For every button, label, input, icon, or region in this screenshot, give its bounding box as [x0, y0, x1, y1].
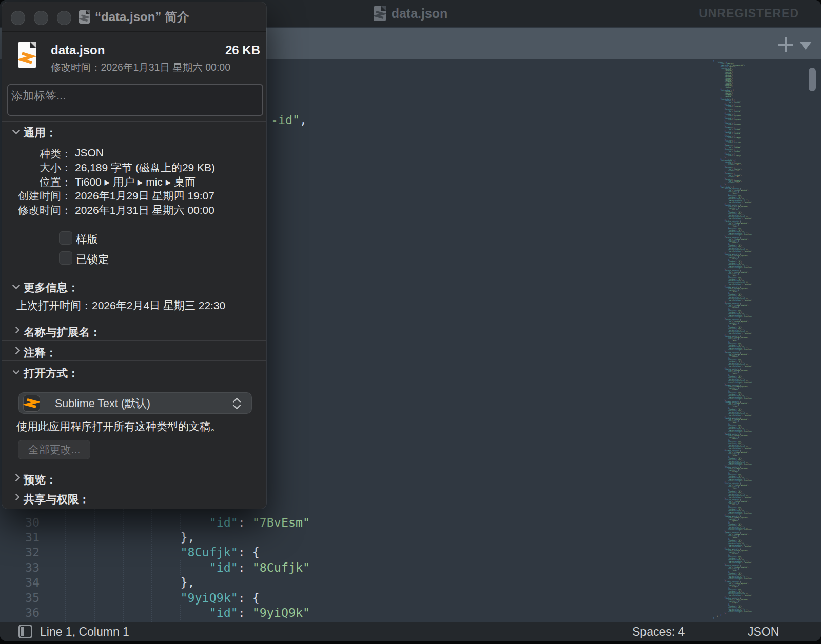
- sublime-app-icon: [23, 395, 40, 412]
- panel-title: “data.json” 简介: [95, 9, 189, 25]
- window-title: data.json: [392, 6, 448, 21]
- code-line[interactable]: 30 "id": "7BvEsm": [0, 515, 708, 530]
- tags-placeholder: 添加标签...: [11, 88, 66, 104]
- file-name: data.json: [51, 43, 105, 57]
- line-number[interactable]: 32: [0, 545, 40, 559]
- file-modified: 修改时间：2026年1月31日 星期六 00:00: [51, 61, 230, 74]
- line-number[interactable]: 33: [0, 560, 40, 575]
- chevron-right-icon[interactable]: [12, 326, 21, 334]
- status-bar: Line 1, Column 1 Spaces: 4 JSON: [0, 622, 821, 641]
- indentation-setting[interactable]: Spaces: 4: [632, 622, 685, 641]
- chevron-down-icon[interactable]: [12, 127, 21, 135]
- select-arrows-icon: [233, 397, 240, 410]
- file-size: 26 KB: [225, 43, 260, 57]
- chevron-down-icon[interactable]: [12, 281, 21, 290]
- document-icon: [374, 6, 386, 21]
- document-icon-small: [79, 10, 90, 24]
- stationery-checkbox[interactable]: [59, 231, 72, 245]
- code-line[interactable]: 32 "8Cufjk": {: [0, 545, 708, 560]
- section-comments[interactable]: 注释：: [24, 345, 57, 360]
- line-number[interactable]: 34: [0, 575, 40, 590]
- line-number[interactable]: 31: [0, 530, 40, 545]
- new-tab-icon[interactable]: [777, 36, 794, 53]
- code-line[interactable]: 34 },: [0, 575, 708, 590]
- open-with-description: 使用此应用程序打开所有这种类型的文稿。: [16, 419, 221, 434]
- locked-label: 已锁定: [76, 252, 109, 267]
- chevron-right-icon[interactable]: [12, 474, 21, 482]
- last-opened: 上次打开时间：2026年2月4日 星期三 22:30: [16, 298, 225, 313]
- get-info-panel: “data.json” 简介 data.json 26 KB 修改时间：2026…: [2, 2, 266, 509]
- section-open-with[interactable]: 打开方式：: [24, 366, 79, 380]
- line-number[interactable]: 30: [0, 515, 40, 530]
- caret-position: Line 1, Column 1: [40, 622, 129, 641]
- stationery-label: 样版: [76, 232, 98, 247]
- chevron-right-icon[interactable]: [12, 493, 21, 501]
- line-number[interactable]: 35: [0, 590, 40, 605]
- minimap[interactable]: { "xKdGqr": { "id": "xKdGqr", "parentId"…: [713, 60, 813, 620]
- code-line[interactable]: 33 "id": "8Cufjk": [0, 560, 708, 575]
- chevron-down-icon[interactable]: [12, 367, 21, 375]
- code-line[interactable]: 36 "id": "9yiQ9k": [0, 605, 708, 620]
- open-with-value: Sublime Text (默认): [55, 393, 150, 414]
- sidebar-toggle-icon[interactable]: [18, 625, 32, 638]
- scrollbar-thumb[interactable]: [809, 68, 816, 91]
- section-general[interactable]: 通用：: [24, 125, 57, 140]
- section-sharing[interactable]: 共享与权限：: [24, 492, 90, 507]
- code-line[interactable]: 35 "9yiQ9k": {: [0, 590, 708, 606]
- locked-checkbox[interactable]: [59, 251, 72, 265]
- section-name-extension[interactable]: 名称与扩展名：: [24, 325, 101, 339]
- line-number[interactable]: 36: [0, 605, 40, 620]
- tab-overflow-icon[interactable]: [799, 42, 812, 50]
- get-info-titlebar[interactable]: “data.json” 简介: [2, 2, 266, 32]
- open-with-select[interactable]: Sublime Text (默认): [18, 392, 252, 414]
- chevron-right-icon[interactable]: [12, 347, 21, 355]
- section-more-info[interactable]: 更多信息：: [24, 280, 79, 295]
- tags-input[interactable]: 添加标签...: [7, 84, 263, 116]
- code-line-fragment[interactable]: -id",: [271, 112, 307, 127]
- code-line[interactable]: 31 },: [0, 530, 708, 545]
- syntax-selector[interactable]: JSON: [748, 622, 779, 641]
- change-all-button[interactable]: 全部更改...: [18, 440, 90, 459]
- screen: data.json UNREGISTERED -id", 30 "id": "7…: [0, 0, 821, 644]
- section-preview[interactable]: 预览：: [24, 472, 57, 487]
- license-badge: UNREGISTERED: [699, 0, 799, 27]
- file-icon: [18, 42, 36, 68]
